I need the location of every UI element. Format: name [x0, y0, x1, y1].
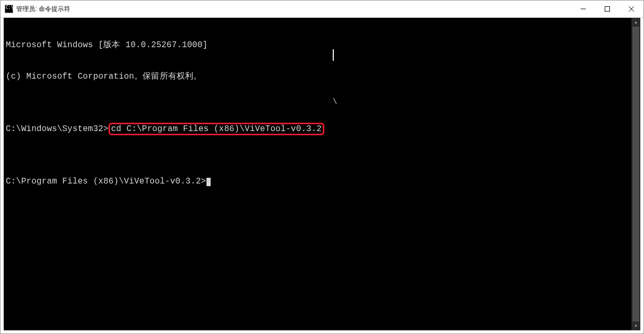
- scroll-up-button[interactable]: ▲: [631, 18, 640, 27]
- window-controls: [571, 1, 643, 17]
- close-button[interactable]: [619, 1, 643, 17]
- scroll-thumb[interactable]: [632, 27, 639, 321]
- minimize-icon: [581, 6, 586, 12]
- terminal-area[interactable]: Microsoft Windows [版本 10.0.25267.1000] (…: [4, 18, 640, 330]
- window-title: 管理员: 命令提示符: [16, 5, 70, 14]
- cmd-icon: [5, 5, 13, 13]
- scroll-track[interactable]: [631, 27, 640, 321]
- titlebar-left: 管理员: 命令提示符: [1, 5, 571, 14]
- terminal-line: C:\Program Files (x86)\ViVeTool-v0.3.2>: [6, 176, 638, 187]
- titlebar[interactable]: 管理员: 命令提示符: [1, 1, 643, 18]
- svg-rect-1: [605, 7, 610, 12]
- prompt-path: C:\Program Files (x86)\ViVeTool-v0.3.2>: [6, 177, 206, 186]
- close-icon: [629, 6, 634, 12]
- prompt-path: C:\Windows\System32>: [6, 124, 108, 134]
- terminal-line: C:\Windows\System32>cd C:\Program Files …: [6, 124, 638, 134]
- highlighted-command: cd C:\Program Files (x86)\ViVeTool-v0.3.…: [108, 123, 324, 135]
- stray-mark: \: [333, 96, 337, 107]
- scroll-down-button[interactable]: ▼: [631, 321, 640, 330]
- scrollbar[interactable]: ▲ ▼: [631, 18, 640, 330]
- cmd-window: 管理员: 命令提示符 Microsoft Windows [版本 10.0.25…: [0, 0, 644, 334]
- text-cursor: [206, 178, 211, 186]
- maximize-button[interactable]: [595, 1, 619, 17]
- maximize-icon: [605, 6, 610, 12]
- terminal-line: Microsoft Windows [版本 10.0.25267.1000]: [6, 40, 638, 50]
- caret-artifact: [333, 49, 334, 61]
- minimize-button[interactable]: [571, 1, 595, 17]
- terminal-line: (c) Microsoft Corporation。保留所有权利。: [6, 71, 638, 82]
